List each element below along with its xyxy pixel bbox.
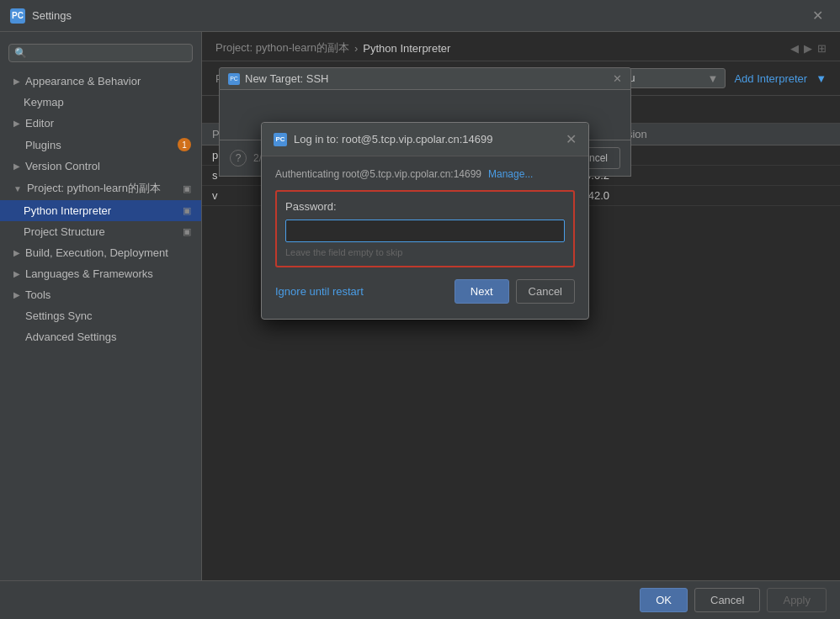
add-interpreter-link[interactable]: Add Interpreter (734, 72, 807, 85)
login-dialog-title: Log in to: root@5.tcp.vip.cpolar.cn:1469… (294, 133, 566, 145)
sidebar-item-label: Tools (25, 288, 51, 301)
window-title: Settings (32, 9, 72, 22)
login-cancel-button[interactable]: Cancel (516, 279, 575, 304)
expand-arrow-icon: ▶ (13, 248, 20, 257)
sidebar-search-input[interactable] (30, 47, 187, 59)
pin-icon: ▣ (183, 226, 191, 237)
sidebar: 🔍 ▶ Appearance & Behavior Keymap ▶ Edito… (0, 32, 202, 580)
auth-text: Authenticating root@5.tcp.vip.cpolar.cn:… (275, 168, 481, 180)
password-section: Password: Leave the field empty to skip (275, 190, 575, 267)
login-dialog-header: PC Log in to: root@5.tcp.vip.cpolar.cn:1… (262, 123, 588, 156)
sidebar-item-label: Languages & Frameworks (25, 267, 153, 280)
breadcrumb-current: Python Interpreter (363, 42, 450, 55)
sidebar-item-label: Python Interpreter (24, 204, 111, 217)
login-close-button[interactable]: ✕ (566, 131, 577, 147)
app-icon: PC (10, 8, 25, 24)
sidebar-item-project-structure[interactable]: Project Structure ▣ (0, 221, 201, 242)
expand-arrow-icon: ▶ (13, 161, 20, 171)
pc-icon: PC (228, 73, 240, 85)
password-label: Password: (285, 200, 565, 213)
sidebar-item-label: Settings Sync (25, 310, 93, 322)
sidebar-item-editor[interactable]: ▶ Editor (0, 113, 201, 134)
sidebar-item-label: Plugins (25, 139, 61, 151)
nav-forward-icon[interactable]: ▶ (804, 42, 812, 55)
password-input[interactable] (285, 220, 565, 242)
sidebar-item-label: Version Control (25, 160, 100, 172)
expand-arrow-icon: ▶ (13, 77, 20, 86)
expand-arrow-icon: ▶ (13, 269, 20, 278)
sidebar-item-appearance[interactable]: ▶ Appearance & Behavior (0, 71, 201, 92)
sidebar-item-project[interactable]: ▼ Project: python-learn的副本 ▣ (0, 177, 201, 200)
chevron-down-icon: ▼ (708, 72, 719, 85)
ok-button[interactable]: OK (640, 588, 688, 612)
new-target-title: New Target: SSH (245, 72, 613, 85)
pin-icon: ▣ (183, 183, 191, 194)
sidebar-item-build[interactable]: ▶ Build, Execution, Deployment (0, 242, 201, 263)
sidebar-item-settings-sync[interactable]: ▶ Settings Sync (0, 305, 201, 326)
sidebar-item-label: Advanced Settings (25, 331, 116, 343)
sidebar-item-tools[interactable]: ▶ Tools (0, 284, 201, 305)
sidebar-item-version-control[interactable]: ▶ Version Control (0, 156, 201, 177)
breadcrumb: Project: python-learn的副本 › Python Interp… (202, 32, 840, 61)
search-icon: 🔍 (14, 47, 27, 59)
nav-arrows: ◀ ▶ ⊞ (790, 42, 827, 55)
package-latest: 0.42.0 (569, 186, 840, 206)
password-hint: Leave the field empty to skip (285, 247, 565, 257)
apply-button[interactable]: Apply (767, 588, 827, 612)
expand-arrow-icon: ▼ (13, 184, 22, 193)
expand-arrow-icon: ▶ (13, 119, 20, 128)
sidebar-item-label: Appearance & Behavior (25, 75, 141, 87)
window-close-button[interactable]: ✕ (805, 4, 830, 27)
login-pc-icon: PC (274, 133, 287, 146)
nav-back-icon[interactable]: ◀ (790, 42, 799, 55)
sidebar-item-plugins[interactable]: ▶ Plugins 1 (0, 134, 201, 156)
title-bar: PC Settings ✕ (0, 0, 840, 32)
auth-row: Authenticating root@5.tcp.vip.cpolar.cn:… (275, 168, 575, 180)
ignore-until-restart-button[interactable]: Ignore until restart (275, 285, 364, 298)
manage-link[interactable]: Manage... (488, 168, 533, 180)
sidebar-item-languages[interactable]: ▶ Languages & Frameworks (0, 263, 201, 284)
help-icon[interactable]: ? (230, 150, 247, 167)
sidebar-item-label: Project: python-learn的副本 (27, 181, 161, 196)
breadcrumb-separator: › (354, 42, 358, 55)
login-dialog: PC Log in to: root@5.tcp.vip.cpolar.cn:1… (261, 122, 589, 320)
sidebar-item-python-interpreter[interactable]: Python Interpreter ▣ (0, 200, 201, 221)
sidebar-item-label: Editor (25, 117, 54, 130)
pin-icon: ▣ (183, 205, 191, 216)
add-interpreter-arrow-icon: ▼ (816, 72, 827, 85)
login-actions: Ignore until restart Next Cancel (275, 279, 575, 307)
login-dialog-body: Authenticating root@5.tcp.vip.cpolar.cn:… (262, 156, 588, 319)
new-target-close-button[interactable]: ✕ (613, 72, 622, 85)
expand-arrow-icon: ▶ (13, 290, 20, 299)
sidebar-item-label: Build, Execution, Deployment (25, 246, 168, 259)
sidebar-item-label: Keymap (24, 96, 64, 108)
cancel-button[interactable]: Cancel (694, 588, 760, 612)
login-next-button[interactable]: Next (455, 279, 509, 304)
plugins-badge: 1 (178, 138, 191, 151)
new-target-header: PC New Target: SSH ✕ (219, 67, 631, 90)
bottom-bar: OK Cancel Apply (0, 580, 840, 619)
pin-icon[interactable]: ⊞ (817, 42, 827, 55)
breadcrumb-project: Project: python-learn的副本 (215, 40, 349, 56)
sidebar-item-advanced-settings[interactable]: ▶ Advanced Settings (0, 326, 201, 347)
sidebar-search-box[interactable]: 🔍 (8, 44, 193, 62)
sidebar-item-keymap[interactable]: Keymap (0, 92, 201, 113)
sidebar-item-label: Project Structure (24, 225, 105, 238)
